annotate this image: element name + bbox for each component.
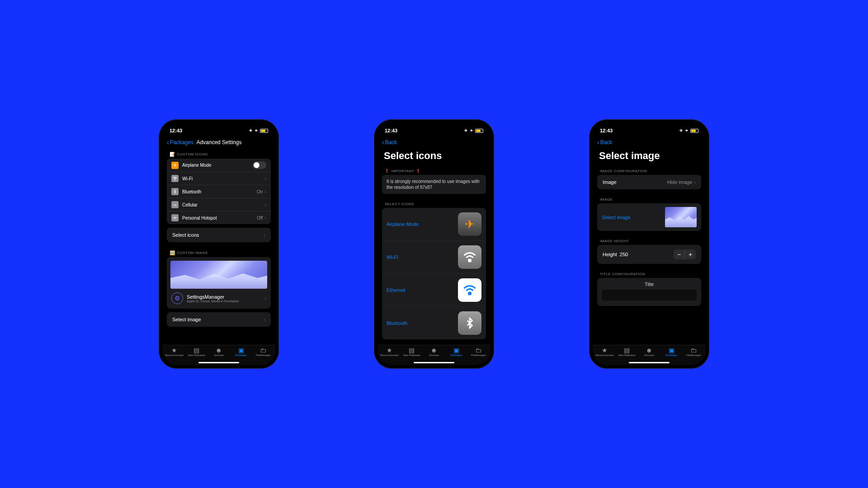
icon-row-ethernet[interactable]: Ethernet (382, 273, 486, 306)
select-icons-row[interactable]: Select icons › (167, 228, 271, 242)
icon-row-wifi[interactable]: Wi-Fi (382, 240, 486, 273)
back-label: Packages (170, 139, 194, 145)
news-icon: ▤ (624, 347, 630, 353)
box-icon: ▣ (669, 347, 675, 353)
back-button[interactable]: ‹ Back (382, 139, 397, 146)
row-airplane[interactable]: ✈ Airplane Mode (167, 159, 271, 172)
tab-filemanager[interactable]: 🗀FileManager (252, 347, 274, 365)
image-preview-group: ⚙ SettingsManager Apple ID, iCloud, Medi… (167, 257, 271, 309)
row-value: On (257, 189, 263, 194)
row-label: Select image (172, 317, 201, 322)
nav-bar: ‹ Back (377, 136, 491, 148)
content: IMAGE CONFIGURATION Image Hide image › I… (593, 165, 706, 345)
news-icon: ▤ (193, 347, 199, 353)
height-header: IMAGE HEIGHT (597, 235, 701, 245)
settings-manager-row[interactable]: ⚙ SettingsManager Apple ID, iCloud, Medi… (170, 289, 267, 305)
row-label: Select image (602, 215, 631, 220)
stepper-plus[interactable]: + (685, 249, 696, 259)
chevron-right-icon: › (264, 215, 266, 221)
folder-icon: 🗀 (260, 347, 266, 353)
select-image-row[interactable]: Select image (597, 203, 701, 231)
svg-point-1 (174, 217, 175, 218)
stepper-minus[interactable]: − (674, 249, 684, 259)
important-text: It is strongly recommended to use images… (382, 175, 486, 194)
exclaim-icon: ❗ (416, 169, 421, 173)
clock: 12:43 (600, 128, 613, 133)
link-icon: ⚭ (470, 128, 473, 133)
row-label: Height (603, 252, 617, 257)
image-config-row[interactable]: Image Hide image › (597, 175, 701, 189)
tab-recommended[interactable]: ★Recommended (378, 347, 401, 365)
chevron-left-icon: ‹ (597, 139, 599, 146)
row-cellular[interactable]: Cellular › (167, 198, 271, 211)
star-icon: ★ (171, 347, 177, 353)
tab-label: New Releases (188, 354, 205, 357)
back-label: Back (600, 139, 613, 145)
row-value: Hide image (667, 179, 693, 185)
title-input[interactable] (602, 290, 697, 300)
row-label: Wi-Fi (182, 176, 264, 181)
phone-advanced-settings: 12:43 ✈ ⚭ ‹ Packages Advanced Settings 📝… (159, 119, 279, 369)
content: ❗ IMPORTANT ❗ It is strongly recommended… (377, 165, 491, 345)
svg-point-3 (469, 259, 471, 262)
tab-label: Recommended (165, 354, 184, 357)
chevron-right-icon: › (264, 232, 265, 238)
bluetooth-icon (171, 188, 179, 195)
back-button[interactable]: ‹ Packages (167, 139, 193, 146)
airplane-icon: ✈ (679, 128, 683, 133)
cellular-icon (171, 201, 179, 208)
chevron-right-icon: › (264, 202, 266, 207)
airplane-icon: ✈ (249, 128, 253, 133)
svg-point-2 (175, 217, 176, 218)
icons-group: ✈ Airplane Mode Wi-Fi › Bluetooth (167, 159, 271, 224)
row-hotspot[interactable]: Personal Hotspot Off › (167, 211, 271, 224)
globe-icon: ☻ (431, 347, 438, 353)
row-value: Off (257, 216, 263, 221)
link-icon: ⚭ (685, 128, 689, 133)
svg-point-4 (469, 292, 471, 295)
notch (198, 123, 239, 132)
folder-icon: 🗀 (475, 347, 481, 353)
phone-select-image: 12:43 ✈ ⚭ ‹ Back Select image IMAGE CONF… (589, 119, 709, 369)
row-label: Wi-Fi (387, 254, 398, 260)
select-image-row[interactable]: Select image › (167, 312, 271, 327)
screen: 12:43 ✈ ⚭ ‹ Back Select image IMAGE CONF… (593, 123, 706, 365)
tab-filemanager[interactable]: 🗀FileManager (467, 347, 490, 365)
row-label: Select icons (172, 232, 199, 238)
icon-row-bluetooth[interactable]: Bluetooth (382, 306, 486, 339)
airplane-toggle[interactable] (253, 161, 266, 169)
tab-filemanager[interactable]: 🗀FileManager (683, 347, 705, 365)
battery-icon (475, 129, 483, 133)
title-config-header: TITLE CONFIGURATION (597, 268, 701, 278)
news-icon: ▤ (409, 347, 415, 353)
select-icons-header: SELECT ICONS (382, 198, 486, 208)
back-label: Back (385, 139, 397, 145)
tab-recommended[interactable]: ★Recommended (163, 347, 185, 365)
tab-label: FileManager (471, 354, 486, 357)
tab-label: Sources (644, 354, 654, 357)
icon-row-airplane[interactable]: Airplane Mode ✈ (382, 208, 486, 240)
row-label: Cellular (182, 202, 264, 207)
globe-icon: ☻ (216, 347, 222, 353)
height-stepper[interactable]: − + (674, 249, 696, 259)
preview-image (170, 261, 267, 289)
tab-label: FileManager (686, 354, 701, 357)
height-value: 250 (620, 252, 628, 257)
home-indicator[interactable] (198, 362, 239, 363)
row-bluetooth[interactable]: Bluetooth On › (167, 185, 271, 198)
img-config-header: IMAGE CONFIGURATION (597, 165, 701, 175)
back-button[interactable]: ‹ Back (597, 139, 612, 146)
section-header-label: CUSTOM ICONS (177, 152, 208, 156)
row-wifi[interactable]: Wi-Fi › (167, 172, 271, 185)
image-thumbnail (665, 207, 697, 227)
section-header-icons: 📝 CUSTOM ICONS (167, 148, 271, 159)
tab-label: Sources (429, 354, 439, 357)
ethernet-icon (458, 278, 481, 302)
tab-label: New Releases (403, 354, 420, 357)
tab-recommended[interactable]: ★Recommended (594, 347, 616, 365)
home-indicator[interactable] (629, 362, 670, 363)
battery-icon (690, 129, 698, 133)
home-indicator[interactable] (414, 362, 454, 363)
notch (629, 123, 670, 132)
row-label: Ethernet (387, 287, 406, 293)
